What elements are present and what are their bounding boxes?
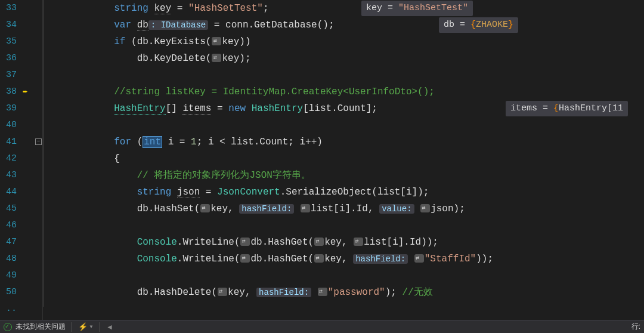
code-editor[interactable]: 33 34 35 36 37 38 39 40 41 42 43 44 45 4… xyxy=(0,0,644,320)
code-line[interactable]: if (db.KeyExists(key)) xyxy=(45,33,644,50)
lightning-icon[interactable]: ⚡ xyxy=(78,322,88,331)
execution-pointer-icon: ➨ xyxy=(23,87,27,97)
divider xyxy=(100,322,100,332)
code-area[interactable]: string key = "HashSetTest"; key = "HashS… xyxy=(43,0,644,320)
implicit-conversion-icon xyxy=(200,204,210,212)
param-hint: hashField: xyxy=(353,254,408,264)
left-arrow-icon[interactable]: ◄ xyxy=(106,323,113,331)
status-no-issues: 未找到相关问题 xyxy=(16,322,66,332)
code-line[interactable] xyxy=(45,267,644,284)
param-hint: value: xyxy=(379,204,414,214)
implicit-conversion-icon xyxy=(212,37,221,45)
code-line[interactable] xyxy=(45,117,644,134)
implicit-conversion-icon xyxy=(301,204,310,212)
implicit-conversion-icon xyxy=(212,54,221,62)
param-hint: hashField: xyxy=(256,288,311,297)
status-bar: 未找到相关问题 ⚡ ▼ ◄ 行: xyxy=(0,320,644,333)
fold-toggle-icon[interactable]: − xyxy=(35,138,42,145)
implicit-conversion-icon xyxy=(314,238,324,246)
implicit-conversion-icon xyxy=(240,254,250,263)
code-line[interactable]: db.KeyDelete(key); xyxy=(45,50,644,67)
code-line[interactable]: { xyxy=(45,150,644,167)
divider xyxy=(72,322,72,332)
implicit-conversion-icon xyxy=(354,238,363,246)
check-circle-icon xyxy=(4,323,12,331)
selected-text[interactable]: int xyxy=(143,136,162,148)
code-line[interactable]: string key = "HashSetTest"; key = "HashS… xyxy=(45,0,644,17)
code-line[interactable] xyxy=(45,217,644,234)
code-line[interactable]: string json = JsonConvert.SerializeObjec… xyxy=(45,184,644,201)
debug-inline-value: key = "HashSetTest" xyxy=(361,1,473,16)
debug-inline-value: db = {ZHAOKE} xyxy=(439,17,518,33)
code-line[interactable]: var db: IDatabase = conn.GetDatabase(); … xyxy=(45,17,644,33)
code-line[interactable]: for (int i = 1; i < list.Count; i++) xyxy=(45,134,644,150)
status-line-label[interactable]: 行: xyxy=(631,322,640,331)
code-line[interactable]: Console.WriteLine(db.HashGet(key, hashFi… xyxy=(45,251,644,267)
chevron-down-icon[interactable]: ▼ xyxy=(89,324,94,329)
code-line[interactable]: Console.WriteLine(db.HashGet(key, list[i… xyxy=(45,234,644,251)
code-line[interactable]: //string listKey = IdentityMap.CreateKey… xyxy=(45,84,644,100)
implicit-conversion-icon xyxy=(218,288,227,296)
code-line[interactable]: // 将指定的对象序列化为JSON字符串。 xyxy=(45,167,644,184)
code-line[interactable] xyxy=(45,67,644,84)
implicit-conversion-icon xyxy=(318,288,327,296)
breakpoint-margin[interactable]: ➨ xyxy=(21,0,35,320)
type-hint: : IDatabase xyxy=(148,20,208,30)
code-line[interactable]: db.HashDelete(key, hashField: "password"… xyxy=(45,284,644,301)
implicit-conversion-icon xyxy=(314,254,324,263)
code-line[interactable]: db.HashSet(key, hashField: list[i].Id, v… xyxy=(45,201,644,217)
code-line[interactable]: HashEntry[] items = new HashEntry[list.C… xyxy=(45,100,644,117)
debug-inline-value: items = {HashEntry[11 xyxy=(506,101,628,116)
implicit-conversion-icon xyxy=(414,254,424,263)
implicit-conversion-icon xyxy=(240,238,250,246)
param-hint: hashField: xyxy=(239,204,294,214)
implicit-conversion-icon xyxy=(420,204,430,212)
line-number-gutter: 33 34 35 36 37 38 39 40 41 42 43 44 45 4… xyxy=(0,0,21,320)
code-folding-margin[interactable]: − xyxy=(35,0,43,320)
